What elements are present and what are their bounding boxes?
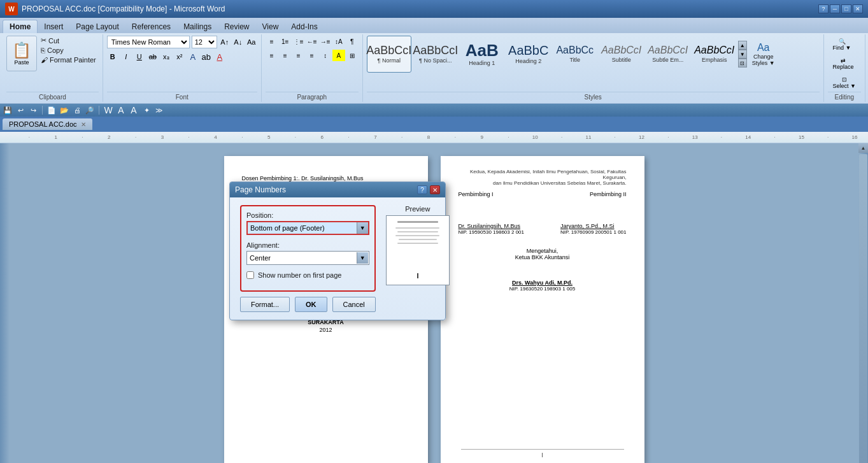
qa-open[interactable]: 📂 bbox=[59, 105, 69, 115]
style-no-spacing[interactable]: AaBbCcI ¶ No Spaci... bbox=[413, 36, 458, 73]
show-formatting-button[interactable]: ¶ bbox=[346, 36, 359, 47]
doc-tab-close[interactable]: ✕ bbox=[81, 121, 86, 128]
alignment-select[interactable]: Center Left Right Inside Outside bbox=[246, 251, 369, 265]
dialog-close-button[interactable]: ✕ bbox=[430, 185, 440, 194]
styles-scrollbar: ▲ ▼ ⊡ bbox=[738, 41, 747, 68]
subscript-button[interactable]: x₂ bbox=[160, 51, 172, 62]
ruler-mark: · bbox=[762, 134, 788, 140]
maximize-button[interactable]: □ bbox=[841, 4, 851, 13]
shading-button[interactable]: A bbox=[332, 50, 345, 61]
qa-print[interactable]: 🖨 bbox=[72, 105, 82, 115]
minimize-button[interactable]: ─ bbox=[830, 4, 840, 13]
align-left-button[interactable]: ≡ bbox=[266, 50, 278, 61]
italic-button[interactable]: I bbox=[120, 51, 132, 62]
help-button[interactable]: ? bbox=[818, 4, 829, 13]
tab-add-ins[interactable]: Add-Ins bbox=[285, 20, 324, 33]
line-spacing-button[interactable]: ↕ bbox=[319, 50, 332, 61]
multilevel-list-button[interactable]: ⋮≡ bbox=[292, 36, 305, 47]
format-button[interactable]: Format... bbox=[240, 297, 290, 312]
page-numbers-dialog[interactable]: Page Numbers ? ✕ Position: Bottom of pag… bbox=[229, 182, 446, 320]
ruler-mark: 13 bbox=[681, 134, 708, 140]
document-tab[interactable]: PROPOSAL ACC.doc ✕ bbox=[3, 118, 92, 130]
style-emphasis[interactable]: AaBbCcI Emphasis bbox=[692, 36, 737, 73]
page2-name2: Jaryanto, S.Pd., M.Si NIP. 19760909 2005… bbox=[560, 223, 627, 235]
text-highlight-button[interactable]: ab bbox=[201, 51, 212, 62]
close-button[interactable]: ✕ bbox=[853, 4, 863, 13]
font-name-select[interactable]: Times New Roman bbox=[107, 36, 190, 48]
strikethrough-button[interactable]: ab bbox=[147, 51, 159, 62]
style-subtitle[interactable]: AaBbCcI Subtitle bbox=[599, 36, 644, 73]
copy-button[interactable]: ⎘ Copy bbox=[38, 46, 99, 55]
underline-button[interactable]: U bbox=[134, 51, 145, 62]
page2-mengetahui-text: Mengetahui, bbox=[459, 248, 627, 254]
ruler-mark: 12 bbox=[629, 134, 655, 140]
increase-indent-button[interactable]: →≡ bbox=[319, 36, 332, 47]
decrease-indent-button[interactable]: ←≡ bbox=[306, 36, 318, 47]
styles-scroll-down[interactable]: ▼ bbox=[738, 50, 747, 59]
qa-extra[interactable]: ≫ bbox=[154, 105, 164, 115]
tab-view[interactable]: View bbox=[256, 20, 285, 33]
align-center-button[interactable]: ≡ bbox=[279, 50, 292, 61]
select-button[interactable]: ⊡ Select ▼ bbox=[828, 74, 861, 92]
font-grow-button[interactable]: A↑ bbox=[219, 36, 231, 48]
justify-button[interactable]: ≡ bbox=[306, 50, 318, 61]
styles-group: AaBbCcI ¶ Normal AaBbCcI ¶ No Spaci... A… bbox=[363, 34, 824, 102]
change-styles-button[interactable]: Aa ChangeStyles ▼ bbox=[750, 39, 778, 69]
tab-mailings[interactable]: Mailings bbox=[177, 20, 218, 33]
clear-format-button[interactable]: Aa bbox=[246, 36, 257, 48]
bullets-button[interactable]: ≡ bbox=[266, 36, 278, 47]
qa-undo[interactable]: ↩ bbox=[15, 105, 25, 115]
paste-button[interactable]: 📋 Paste bbox=[6, 36, 37, 71]
show-first-page-checkbox[interactable] bbox=[246, 271, 254, 279]
scroll-thumb[interactable] bbox=[859, 154, 867, 463]
style-title[interactable]: AaBbCc Title bbox=[553, 36, 597, 73]
font-size-select[interactable]: 12 bbox=[192, 36, 217, 48]
tab-references[interactable]: References bbox=[125, 20, 177, 33]
cancel-button[interactable]: Cancel bbox=[332, 297, 376, 312]
page-2[interactable]: Kedua, Kepada Akademisi, Inilah Ilmu Pen… bbox=[441, 156, 644, 463]
tab-home[interactable]: Home bbox=[3, 20, 38, 33]
borders-button[interactable]: ⊞ bbox=[346, 50, 359, 61]
qa-redo[interactable]: ↪ bbox=[28, 105, 38, 115]
font-color-button[interactable]: A bbox=[214, 51, 225, 62]
document-tab-bar: PROPOSAL ACC.doc ✕ bbox=[0, 117, 868, 132]
position-select[interactable]: Bottom of page (Footer) Top of page (Hea… bbox=[246, 221, 369, 235]
text-effects-button[interactable]: A bbox=[187, 51, 199, 62]
replace-button[interactable]: ⇄ Replace bbox=[828, 55, 859, 73]
styles-expand[interactable]: ⊡ bbox=[738, 59, 747, 68]
sort-button[interactable]: ↕A bbox=[332, 36, 345, 47]
style-heading2[interactable]: AaBbC Heading 2 bbox=[506, 36, 551, 73]
show-first-page-row: Show number on first page bbox=[246, 271, 369, 279]
styles-scroll-up[interactable]: ▲ bbox=[738, 41, 747, 50]
style-emphasis-label: Emphasis bbox=[702, 57, 727, 63]
numbered-list-button[interactable]: 1≡ bbox=[279, 36, 292, 47]
qa-star: ✦ bbox=[141, 105, 152, 115]
find-button[interactable]: 🔍 Find ▼ bbox=[828, 36, 857, 53]
align-right-button[interactable]: ≡ bbox=[292, 50, 305, 61]
ruler-mark: · bbox=[708, 134, 735, 140]
qa-new[interactable]: 📄 bbox=[46, 105, 57, 115]
copy-icon: ⎘ bbox=[41, 46, 45, 54]
dialog-help-button[interactable]: ? bbox=[417, 185, 427, 194]
bold-button[interactable]: B bbox=[107, 51, 118, 62]
font-label: Font bbox=[107, 92, 257, 101]
preview-line-2 bbox=[395, 227, 439, 229]
style-subtle-em[interactable]: AaBbCcI Subtle Em... bbox=[646, 36, 690, 73]
title-bar-controls[interactable]: ? ─ □ ✕ bbox=[818, 4, 863, 13]
tab-insert[interactable]: Insert bbox=[38, 20, 69, 33]
style-no-spacing-preview: AaBbCcI bbox=[413, 45, 458, 56]
tab-page-layout[interactable]: Page Layout bbox=[69, 20, 125, 33]
cut-button[interactable]: ✂ Cut bbox=[38, 36, 99, 45]
style-normal[interactable]: AaBbCcI ¶ Normal bbox=[367, 36, 411, 73]
font-shrink-button[interactable]: A↓ bbox=[232, 36, 244, 48]
format-painter-button[interactable]: 🖌 Format Painter bbox=[38, 55, 99, 64]
scroll-up-button[interactable]: ▲ bbox=[858, 143, 868, 153]
superscript-button[interactable]: x² bbox=[174, 51, 185, 62]
ruler-mark: · bbox=[442, 134, 469, 140]
dialog-title-controls: ? ✕ bbox=[417, 185, 440, 194]
style-heading1[interactable]: AaB Heading 1 bbox=[460, 36, 504, 73]
qa-print-preview[interactable]: 🔎 bbox=[85, 105, 95, 115]
tab-review[interactable]: Review bbox=[218, 20, 255, 33]
qa-save[interactable]: 💾 bbox=[3, 105, 13, 115]
ok-button[interactable]: OK bbox=[295, 297, 327, 312]
